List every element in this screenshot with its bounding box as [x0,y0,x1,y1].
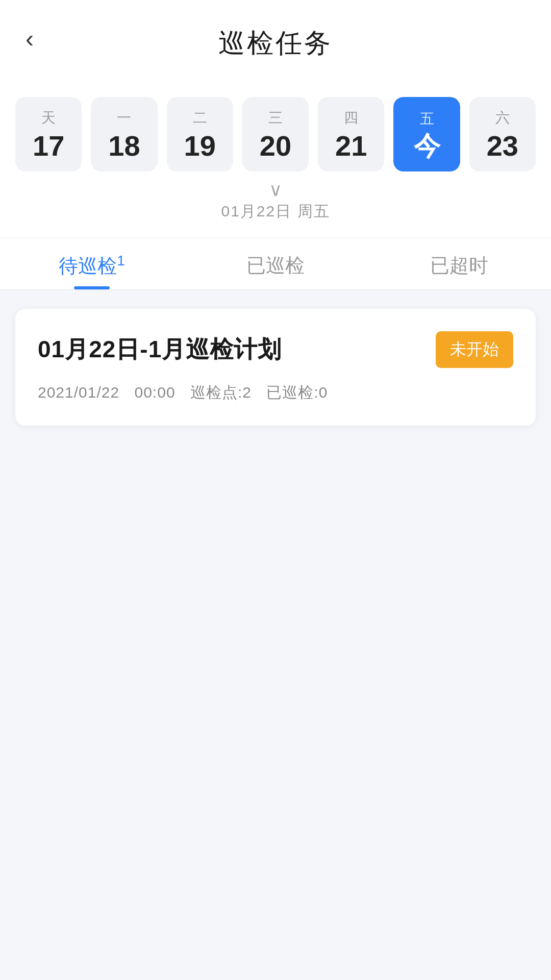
task-meta: 2021/01/22 00:00 巡检点:2 已巡检:0 [38,382,513,403]
header: ‹ 巡检任务 [0,0,551,77]
date-indicator: ∨ 01月22日 周五 [0,172,551,237]
day-number: 今 [414,133,440,159]
calendar-day-18[interactable]: 一 18 [91,97,157,172]
status-badge: 未开始 [436,331,513,368]
content-area: 01月22日-1月巡检计划 未开始 2021/01/22 00:00 巡检点:2… [0,290,551,444]
day-number: 19 [184,132,216,160]
page-title: 巡检任务 [218,26,333,61]
task-card[interactable]: 01月22日-1月巡检计划 未开始 2021/01/22 00:00 巡检点:2… [15,309,536,426]
tab-done[interactable]: 已巡检 [184,238,367,289]
day-label: 六 [495,108,510,128]
day-label: 四 [344,108,358,128]
calendar-day-19[interactable]: 二 19 [167,97,233,172]
task-time: 00:00 [135,384,176,401]
tab-pending[interactable]: 待巡检1 [0,238,184,289]
day-number: 17 [33,132,64,160]
calendar-day-20[interactable]: 三 20 [242,97,309,172]
day-number: 18 [108,132,140,160]
calendar-strip: 天 17 一 18 二 19 三 20 四 21 五 今 六 23 [0,77,551,172]
task-points: 巡检点:2 [190,384,252,401]
tabs-container: 待巡检1 已巡检 已超时 [0,238,551,290]
back-button[interactable]: ‹ [20,19,39,58]
task-date: 2021/01/22 [38,384,119,401]
tab-label: 已超时 [430,253,488,279]
task-done: 已巡检:0 [266,384,328,401]
tab-label: 待巡检1 [59,253,125,279]
day-label: 三 [268,108,283,128]
days-row: 天 17 一 18 二 19 三 20 四 21 五 今 六 23 [15,97,536,172]
day-number: 20 [260,132,291,160]
day-label: 二 [193,108,207,128]
calendar-day-今[interactable]: 五 今 [393,97,460,172]
day-label: 五 [420,109,434,129]
tab-overtime[interactable]: 已超时 [367,238,551,289]
calendar-day-21[interactable]: 四 21 [318,97,384,172]
tab-badge: 1 [117,253,125,269]
chevron-down-icon[interactable]: ∨ [269,181,282,199]
tab-label: 已巡检 [246,253,305,279]
task-card-header: 01月22日-1月巡检计划 未开始 [38,331,513,368]
calendar-day-23[interactable]: 六 23 [469,97,536,172]
selected-date-label: 01月22日 周五 [221,201,330,222]
day-label: 一 [117,108,131,128]
calendar-day-17[interactable]: 天 17 [15,97,82,172]
day-label: 天 [41,108,56,128]
day-number: 23 [487,132,518,160]
task-title: 01月22日-1月巡检计划 [38,334,282,365]
tab-underline [74,286,110,289]
day-number: 21 [335,132,367,160]
